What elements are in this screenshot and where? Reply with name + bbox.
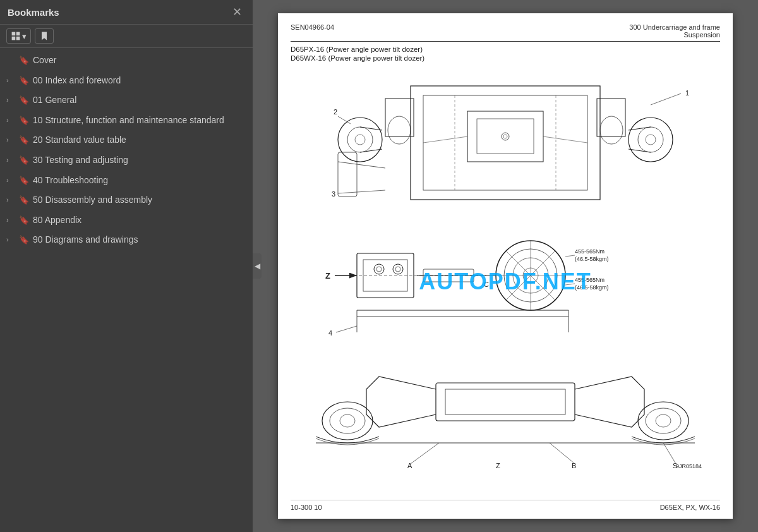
sidebar-title: Bookmarks xyxy=(8,7,59,18)
chevron-icon: › xyxy=(6,215,15,225)
svg-point-34 xyxy=(502,133,509,140)
svg-rect-2 xyxy=(12,37,16,40)
page-section: 300 Undercarriage and frame Suspension xyxy=(629,23,720,39)
dozer-model-2: D65WX-16 (Power angle power tilt dozer) xyxy=(291,54,720,62)
bookmark-label: 30 Testing and adjusting xyxy=(33,154,248,167)
bookmark-item-80-appendix[interactable]: ›🔖80 Appendix xyxy=(0,210,253,231)
svg-point-9 xyxy=(388,116,411,144)
bookmark-item-10-structure[interactable]: ›🔖10 Structure, function and maintenance… xyxy=(0,111,253,131)
bookmark-button[interactable] xyxy=(35,28,54,44)
top-view-diagram: 1 2 3 xyxy=(332,86,689,200)
bookmark-item-50-disassembly[interactable]: ›🔖50 Disassembly and assembly xyxy=(0,190,253,210)
svg-point-44 xyxy=(395,267,400,272)
svg-text:3: 3 xyxy=(332,190,335,198)
collapse-sidebar-button[interactable]: ◀ xyxy=(253,253,262,279)
chevron-icon: › xyxy=(6,76,15,85)
svg-rect-7 xyxy=(477,119,534,154)
svg-rect-4 xyxy=(411,86,600,200)
chevron-icon: › xyxy=(6,135,15,145)
bookmark-icon: 🔖 xyxy=(19,135,29,146)
document-page: SEN04966-04 300 Undercarriage and frame … xyxy=(278,13,733,519)
bookmark-item-20-standard[interactable]: ›🔖20 Standard value table xyxy=(0,130,253,150)
bookmark-item-30-testing[interactable]: ›🔖30 Testing and adjusting xyxy=(0,150,253,171)
chevron-icon: › xyxy=(6,155,15,165)
svg-text:Z: Z xyxy=(325,271,330,281)
grid-icon xyxy=(11,31,21,41)
svg-line-59 xyxy=(565,255,575,257)
model-number: D65EX, PX, WX-16 xyxy=(660,504,720,511)
svg-point-73 xyxy=(340,414,355,427)
svg-rect-8 xyxy=(385,99,414,136)
svg-line-84 xyxy=(663,443,676,464)
svg-rect-3 xyxy=(16,37,20,40)
diagram-area: 1 2 3 xyxy=(291,66,720,497)
bookmark-icon: 🔖 xyxy=(19,234,29,246)
bookmark-icon: 🔖 xyxy=(19,155,29,166)
view-options-button[interactable]: ▾ xyxy=(6,28,31,44)
bookmark-icon: 🔖 xyxy=(19,215,29,226)
middle-view-diagram: Z xyxy=(325,241,609,337)
svg-point-42 xyxy=(376,267,382,272)
svg-line-29 xyxy=(543,136,587,143)
svg-point-35 xyxy=(503,135,507,138)
svg-point-43 xyxy=(393,264,403,274)
bookmark-item-40-trouble[interactable]: ›🔖40 Troubleshooting xyxy=(0,171,253,191)
bookmark-label: 80 Appendix xyxy=(33,214,248,227)
svg-point-72 xyxy=(330,408,365,433)
svg-point-16 xyxy=(638,127,663,152)
technical-diagram: 1 2 3 xyxy=(297,80,714,484)
bookmark-item-cover[interactable]: 🔖Cover xyxy=(0,51,253,71)
bookmark-icon xyxy=(39,31,49,41)
bookmark-label: 40 Troubleshooting xyxy=(33,174,248,187)
svg-line-62 xyxy=(565,284,575,285)
svg-line-28 xyxy=(423,136,467,143)
bookmark-label: 01 General xyxy=(33,94,248,107)
svg-point-75 xyxy=(646,408,681,433)
bookmark-icon: 🔖 xyxy=(19,95,29,106)
svg-rect-0 xyxy=(12,32,16,36)
section-subtitle: Suspension xyxy=(629,31,720,39)
sidebar-header: Bookmarks ✕ xyxy=(0,0,253,25)
svg-text:Z: Z xyxy=(496,462,500,469)
page-id: SEN04966-04 xyxy=(291,23,334,31)
chevron-icon: › xyxy=(6,195,15,205)
toolbar: ▾ xyxy=(0,25,253,48)
svg-point-15 xyxy=(629,118,673,162)
close-button[interactable]: ✕ xyxy=(229,5,245,19)
bookmark-item-00-index[interactable]: ›🔖00 Index and foreword xyxy=(0,71,253,91)
page-number: 10-300 10 xyxy=(291,504,322,511)
section-title: 300 Undercarriage and frame xyxy=(629,23,720,31)
svg-text:9JR05184: 9JR05184 xyxy=(676,463,702,469)
svg-text:455-565Nm: 455-565Nm xyxy=(575,277,605,283)
bookmark-label: 90 Diagrams and drawings xyxy=(33,234,248,246)
bookmark-icon: 🔖 xyxy=(19,195,29,206)
bookmark-label: 00 Index and foreword xyxy=(33,75,248,87)
svg-point-12 xyxy=(338,118,382,162)
bookmark-icon: 🔖 xyxy=(19,55,29,66)
bookmark-icon: 🔖 xyxy=(19,75,29,87)
svg-text:2: 2 xyxy=(334,108,337,116)
svg-text:1: 1 xyxy=(685,89,689,97)
bookmark-item-90-diagrams[interactable]: ›🔖90 Diagrams and drawings xyxy=(0,230,253,250)
dropdown-arrow: ▾ xyxy=(22,32,27,41)
bookmark-label: 10 Structure, function and maintenance s… xyxy=(33,114,248,127)
bookmarks-list: 🔖Cover›🔖00 Index and foreword›🔖01 Genera… xyxy=(0,48,253,532)
dozer-model-1: D65PX-16 (Power angle power tilt dozer) xyxy=(291,45,720,53)
main-content: SEN04966-04 300 Undercarriage and frame … xyxy=(253,0,758,532)
svg-line-32 xyxy=(338,162,385,168)
bookmark-label: 20 Standard value table xyxy=(33,134,248,147)
svg-point-41 xyxy=(374,264,384,274)
bookmark-icon: 🔖 xyxy=(19,115,29,126)
chevron-icon: › xyxy=(6,235,15,245)
svg-rect-5 xyxy=(423,95,587,190)
svg-rect-33 xyxy=(338,152,357,196)
svg-line-64 xyxy=(336,326,357,332)
bottom-view-diagram: A Z B S 9JR05184 xyxy=(316,377,702,469)
svg-line-23 xyxy=(651,94,681,105)
svg-point-14 xyxy=(355,135,365,145)
bookmark-item-01-general[interactable]: ›🔖01 General xyxy=(0,90,253,111)
bookmark-label: 50 Disassembly and assembly xyxy=(33,194,248,207)
page-header: SEN04966-04 300 Undercarriage and frame … xyxy=(291,23,720,42)
svg-rect-1 xyxy=(16,32,20,36)
svg-line-82 xyxy=(550,443,575,464)
